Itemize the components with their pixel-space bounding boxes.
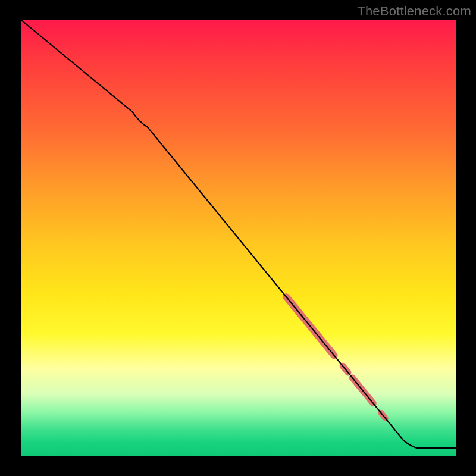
- main-curve-path: [21, 20, 456, 448]
- curve-layer: [21, 20, 456, 456]
- watermark-text: TheBottleneck.com: [357, 4, 471, 19]
- chart-frame: TheBottleneck.com: [0, 0, 476, 476]
